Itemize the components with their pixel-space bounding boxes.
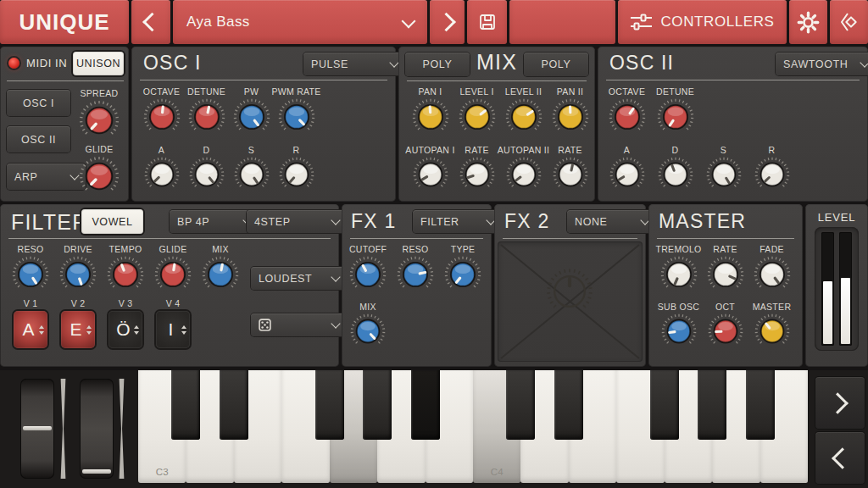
- rate-label: RATE: [713, 243, 737, 255]
- vowel-2-stepper[interactable]: E: [61, 311, 95, 348]
- level-i-knob[interactable]: [458, 97, 497, 136]
- stepper-arrows-icon[interactable]: [134, 311, 139, 348]
- tremolo-knob[interactable]: [659, 255, 698, 294]
- preset-selector[interactable]: Aya Bass: [173, 0, 427, 44]
- drive-label: DRIVE: [64, 243, 92, 255]
- vowel-4-stepper[interactable]: I: [156, 311, 190, 348]
- spread-knob[interactable]: [78, 99, 120, 141]
- stepper-arrows-icon[interactable]: [181, 311, 186, 348]
- mix-poly-left-button[interactable]: POLY: [405, 53, 470, 76]
- black-key-d-3[interactable]: [220, 370, 248, 440]
- vowel-random-dropdown[interactable]: [251, 313, 347, 336]
- mix-poly-right-button[interactable]: POLY: [524, 53, 588, 76]
- black-key-a-3[interactable]: [411, 370, 440, 440]
- octave-up-button[interactable]: [815, 377, 865, 429]
- r-knob[interactable]: [754, 156, 791, 193]
- mod-wheel[interactable]: [80, 379, 114, 479]
- rate-knob[interactable]: [459, 156, 496, 193]
- fx1-type-dropdown[interactable]: FILTER: [413, 210, 502, 233]
- vowel-1-stepper[interactable]: A: [14, 311, 47, 348]
- prev-preset-button[interactable]: [131, 0, 170, 44]
- osc1-tab-button[interactable]: OSC I: [7, 90, 70, 116]
- autopan-ii-knob[interactable]: [505, 156, 542, 193]
- black-key-g-3[interactable]: [363, 370, 392, 440]
- pitch-wheel[interactable]: [20, 379, 54, 479]
- octave-label: OCTAVE: [609, 86, 645, 97]
- rate-knob[interactable]: [552, 156, 589, 193]
- r-knob[interactable]: [278, 156, 315, 193]
- sub-osc-knob[interactable]: [660, 313, 698, 350]
- black-key-g-4[interactable]: [698, 370, 726, 440]
- black-key-c-3[interactable]: [171, 370, 200, 440]
- chevron-down-icon: [389, 58, 398, 67]
- filter-mode-dropdown[interactable]: BP 4P: [170, 210, 259, 233]
- pwm-rate-knob[interactable]: [277, 97, 316, 136]
- midi-learn-button[interactable]: [830, 0, 868, 44]
- drive-control: DRIVE: [54, 243, 102, 294]
- octave-down-button[interactable]: [815, 432, 865, 484]
- cutoff-knob[interactable]: [348, 255, 387, 294]
- a-control: A: [139, 144, 184, 193]
- detune-knob[interactable]: [656, 97, 695, 136]
- type-control: TYPE: [439, 243, 487, 294]
- logo-segment: UNIQUE: [0, 0, 129, 44]
- fade-knob[interactable]: [753, 255, 792, 294]
- detune-knob[interactable]: [187, 97, 226, 136]
- black-key-d-4[interactable]: [554, 370, 583, 440]
- black-key-f-3[interactable]: [315, 370, 344, 440]
- mix-knob[interactable]: [201, 255, 240, 294]
- r-control: R: [748, 144, 796, 193]
- osc1-waveform-dropdown[interactable]: PULSE: [303, 53, 405, 75]
- pan-i-knob[interactable]: [411, 97, 450, 136]
- unison-button[interactable]: UNISON: [73, 52, 124, 75]
- s-knob[interactable]: [233, 156, 270, 193]
- black-key-c-4[interactable]: [506, 370, 535, 440]
- autopan-i-knob[interactable]: [412, 156, 449, 193]
- stepper-arrows-icon[interactable]: [39, 311, 44, 348]
- black-key-a-4[interactable]: [746, 370, 775, 440]
- next-preset-button[interactable]: [430, 0, 465, 44]
- osc2-divider: [606, 80, 860, 80]
- vowel-4-label: V 4: [149, 297, 197, 309]
- fx2-type-value: NONE: [575, 216, 608, 228]
- master-knob[interactable]: [754, 313, 791, 350]
- octave-knob[interactable]: [608, 97, 647, 136]
- glide-knob[interactable]: [153, 255, 192, 294]
- a-knob[interactable]: [609, 156, 646, 193]
- save-preset-button[interactable]: [467, 0, 507, 44]
- filter-sequence-dropdown[interactable]: LOUDEST: [251, 267, 347, 290]
- reso-knob[interactable]: [396, 255, 435, 294]
- s-knob[interactable]: [705, 156, 743, 193]
- black-key-f-4[interactable]: [650, 370, 679, 440]
- tempo-knob[interactable]: [106, 255, 145, 294]
- pwm-rate-label: PWM RATE: [271, 86, 320, 97]
- a-knob[interactable]: [143, 156, 181, 193]
- d-knob[interactable]: [657, 156, 694, 193]
- master-knob-row-1: TREMOLORATEFADE: [655, 243, 795, 294]
- level-ii-knob[interactable]: [504, 97, 543, 136]
- drive-knob[interactable]: [58, 255, 97, 294]
- reso-knob[interactable]: [11, 255, 50, 294]
- vowel-mode-button[interactable]: VOWEL: [81, 209, 143, 234]
- chevron-down-icon: [860, 58, 868, 67]
- pw-knob[interactable]: [232, 97, 271, 136]
- chevron-down-icon: [331, 272, 340, 281]
- glide-knob[interactable]: [78, 155, 120, 197]
- rate-knob[interactable]: [706, 255, 745, 294]
- type-knob[interactable]: [443, 255, 482, 294]
- stepper-arrows-icon[interactable]: [86, 311, 92, 348]
- controllers-button[interactable]: CONTROLLERS: [618, 0, 787, 44]
- oct-knob[interactable]: [707, 313, 744, 350]
- vowel-label-row: V 1V 2V 3V 4: [7, 297, 197, 309]
- mix-knob[interactable]: [349, 313, 387, 350]
- pan-ii-knob[interactable]: [551, 97, 590, 136]
- osc2-tab-button[interactable]: OSC II: [7, 126, 70, 152]
- vowel-3-stepper[interactable]: Ö: [108, 311, 142, 348]
- osc2-waveform-dropdown[interactable]: SAWTOOTH: [776, 53, 868, 75]
- filter-step-dropdown[interactable]: 4STEP: [247, 210, 347, 233]
- level-meter-2: [839, 232, 852, 346]
- fx2-type-dropdown[interactable]: NONE: [567, 210, 656, 233]
- d-knob[interactable]: [188, 156, 225, 193]
- octave-knob[interactable]: [142, 97, 181, 136]
- settings-button[interactable]: [789, 0, 827, 44]
